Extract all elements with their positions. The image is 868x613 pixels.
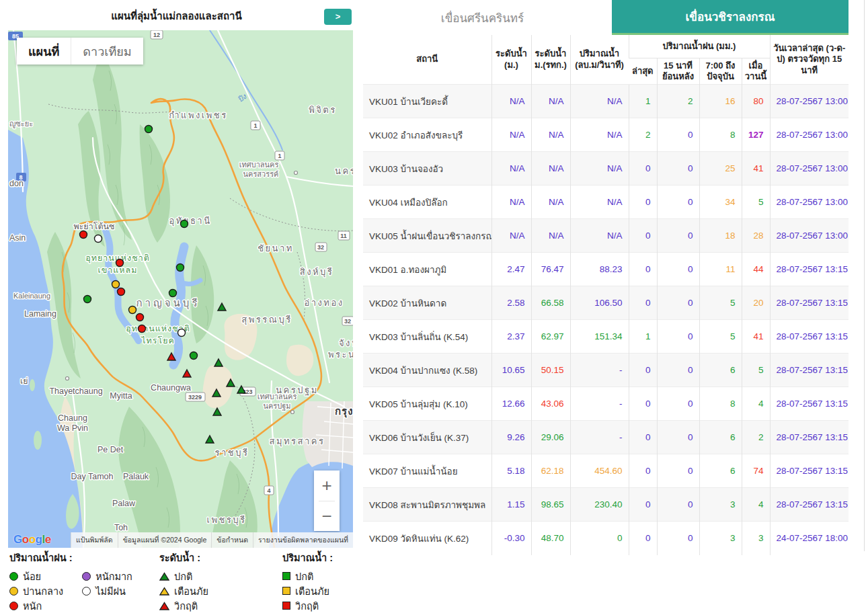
legend-item: ปานกลาง — [9, 583, 63, 598]
value-cell: 44 — [742, 253, 770, 286]
svg-text:เทศบาลนคร: เทศบาลนคร — [258, 393, 297, 401]
value-cell: N/A — [570, 219, 629, 253]
svg-text:เทศบาลนคร: เทศบาลนคร — [239, 161, 279, 169]
value-cell: 12.66 — [491, 387, 531, 421]
legend-item: เตือนภัย — [282, 583, 333, 598]
collapse-panel-button[interactable]: > — [324, 9, 352, 25]
table-row: VKD03 บ้านลิ่นถิ่น (K.54)2.3762.97151.34… — [363, 320, 849, 354]
value-cell: 0 — [629, 186, 657, 219]
legend-item: ปกติ — [159, 569, 208, 583]
svg-text:นครปฐม: นครปฐม — [263, 402, 290, 411]
zoom-out-button[interactable]: − — [314, 501, 340, 532]
value-cell: 0 — [629, 354, 657, 387]
value-cell: 2 — [742, 421, 770, 454]
svg-text:กำแพงเพชร: กำแพงเพชร — [169, 110, 227, 120]
value-cell: 2.58 — [491, 286, 531, 320]
value-cell: 0 — [657, 454, 699, 488]
map-title: แผนที่ลุ่มน้ำแม่กลองและสถานี — [0, 8, 353, 24]
col-rain-latest: ล่าสุด — [629, 58, 657, 85]
last-measured-datetime: 24-07-2567 18:00:00 — [770, 522, 849, 555]
svg-text:กรุงเทพม: กรุงเทพม — [335, 405, 353, 418]
level-warning-swatch — [159, 587, 169, 596]
value-cell: 0 — [657, 152, 699, 186]
value-cell: 98.65 — [531, 488, 570, 522]
value-cell: 8 — [699, 118, 742, 152]
volume-critical-swatch — [282, 602, 290, 610]
value-cell: 127 — [742, 118, 770, 152]
table-row: VKU04 เหมืองปิล๊อกN/AN/AN/A0034528-07-25… — [363, 186, 849, 219]
value-cell: N/A — [570, 118, 629, 152]
value-cell: N/A — [491, 85, 531, 118]
value-cell: -0.30 — [491, 522, 531, 555]
value-cell: 34 — [699, 186, 742, 219]
svg-text:Lamaing: Lamaing — [24, 309, 56, 319]
value-cell: 2 — [657, 85, 699, 118]
svg-text:Palauk: Palauk — [123, 472, 149, 481]
svg-text:นครสวรรค์: นครสวรรค์ — [243, 170, 279, 178]
map-type-satellite-button[interactable]: ดาวเทียม — [71, 38, 143, 65]
value-cell: 0 — [657, 387, 699, 421]
svg-text:Chaung: Chaung — [58, 413, 87, 423]
zoom-in-button[interactable]: + — [314, 471, 340, 501]
value-cell: 11 — [699, 253, 742, 286]
value-cell: 29.06 — [531, 421, 570, 454]
svg-text:3229: 3229 — [188, 394, 202, 401]
svg-text:อุทัยธานี: อุทัยธานี — [169, 216, 211, 227]
svg-text:สิงห์บุรี: สิงห์บุรี — [300, 267, 334, 278]
rain-medium-swatch — [9, 587, 18, 596]
table-row: VKD07 บ้านแม่น้ำน้อย5.1862.18454.6000674… — [363, 454, 849, 488]
last-measured-datetime: 28-07-2567 13:00:00 — [770, 186, 849, 219]
svg-text:อ่างทอง: อ่างทอง — [304, 298, 344, 308]
value-cell: 0 — [629, 253, 657, 286]
value-cell: N/A — [531, 85, 570, 118]
value-cell: 0 — [629, 522, 657, 555]
value-cell: 0 — [657, 118, 699, 152]
map-canvas[interactable]: 85 12 1 1 8 11 32 32 323 3229 4 กำแพงเพช… — [8, 30, 353, 548]
value-cell: 8 — [699, 387, 742, 421]
value-cell: 80 — [742, 85, 770, 118]
table-row: VKU05 น้ำฝนเขื่อนวชิราลงกรณN/AN/AN/A0018… — [363, 219, 849, 253]
value-cell: - — [570, 354, 629, 387]
last-measured-datetime: 28-07-2567 13:15:00 — [770, 454, 849, 488]
value-cell: 0 — [657, 320, 699, 354]
value-cell: N/A — [570, 85, 629, 118]
col-water-level-m: ระดับน้ำ (ม.) — [491, 35, 531, 85]
table-row: VKD06 บ้านวังเย็น (K.37)9.2629.06-006228… — [363, 421, 849, 454]
tab-vajiralongkorn-dam[interactable]: เขื่อนวชิราลงกรณ — [612, 0, 849, 35]
volume-warning-swatch — [282, 587, 290, 595]
station-name: VKD03 บ้านลิ่นถิ่น (K.54) — [363, 320, 491, 354]
svg-text:พะย่าโต้นซ: พะย่าโต้นซ — [73, 221, 114, 231]
svg-text:Day Tamoh: Day Tamoh — [71, 472, 114, 481]
value-cell: 0 — [657, 522, 699, 555]
value-cell: 454.60 — [570, 454, 629, 488]
value-cell: 0 — [629, 488, 657, 522]
map-type-map-button[interactable]: แผนที่ — [17, 38, 71, 65]
last-measured-datetime: 28-07-2567 13:15:00 — [770, 488, 849, 522]
value-cell: 62.97 — [531, 320, 570, 354]
station-name: VKD02 บ้านหินดาด — [363, 286, 491, 320]
table-row: VKD02 บ้านหินดาด2.5866.58106.500052028-0… — [363, 286, 849, 320]
value-cell: 1.15 — [491, 488, 531, 522]
station-name: VKD01 อ.ทองผาภูมิ — [363, 253, 491, 286]
last-measured-datetime: 28-07-2567 13:15:00 — [770, 286, 849, 320]
station-name: VKD08 สะพานมิตรภาพชุมพล — [363, 488, 491, 522]
table-row: VKU02 อำเภอสังขละบุรีN/AN/AN/A20812728-0… — [363, 118, 849, 152]
map-panel: แผนที่ลุ่มน้ำแม่กลองและสถานี > — [0, 0, 353, 613]
value-cell: 0 — [657, 488, 699, 522]
map-legend: ปริมาณน้ำฝน : น้อย ปานกลาง หนัก หนักมาก … — [0, 550, 353, 613]
col-rain-15min: 15 นาที ย้อนหลัง — [657, 58, 699, 85]
svg-text:เย่: เย่ — [20, 376, 28, 386]
panel-right-border — [864, 0, 865, 551]
table-row: VKD01 อ.ทองผาภูมิ2.4776.4788.2300114428-… — [363, 253, 849, 286]
svg-text:1: 1 — [253, 122, 257, 129]
value-cell: 230.40 — [570, 488, 629, 522]
map-type-control: แผนที่ ดาวเทียม — [17, 38, 143, 65]
svg-text:Myitta: Myitta — [110, 391, 132, 401]
value-cell: N/A — [531, 152, 570, 186]
svg-text:32: 32 — [317, 244, 324, 251]
col-rain-yesterday: เมื่อ วานนี้ — [742, 58, 770, 85]
value-cell: 5 — [742, 186, 770, 219]
svg-text:ชัยนาท: ชัยนาท — [258, 243, 294, 253]
value-cell: - — [570, 421, 629, 454]
tab-srinagarind-dam[interactable]: เขื่อนศรีนครินทร์ — [353, 0, 612, 35]
